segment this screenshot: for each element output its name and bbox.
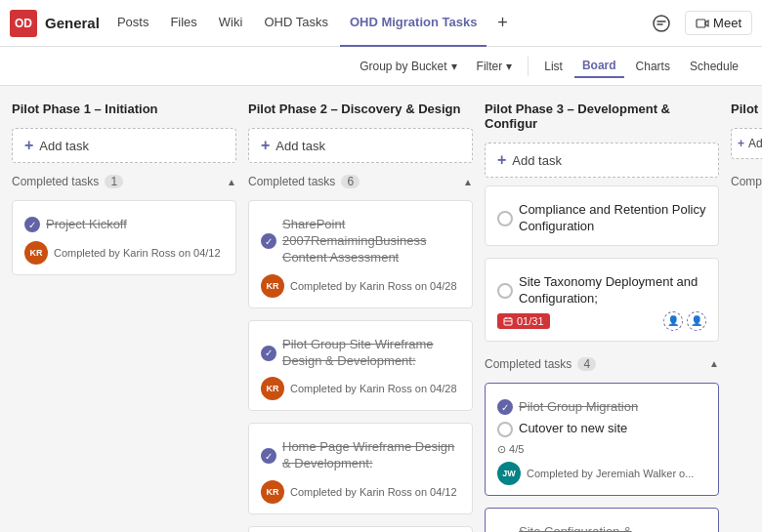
- avatar-col1-t1: KR: [24, 241, 48, 265]
- add-task-col4[interactable]: + Add: [731, 128, 762, 159]
- completed-label-col1: Completed tasks: [12, 175, 99, 188]
- task-check-col3-t3[interactable]: ✓: [497, 399, 513, 415]
- task-title-col3-t2: Site Taxonomy Deployment and Configurati…: [519, 274, 706, 307]
- tab-files[interactable]: Files: [160, 0, 206, 47]
- board-area: Pilot Phase 1 – Initiation + Add task Co…: [0, 86, 762, 532]
- completed-header-col2[interactable]: Completed tasks 6 ▲: [248, 171, 473, 192]
- app-icon: OD: [10, 10, 37, 37]
- add-task-label-col1: Add task: [39, 139, 89, 153]
- avatar-col2-t3: KR: [261, 480, 284, 504]
- task-pilot-group-wireframe[interactable]: ✓ Pilot Group Site Wireframe Design & De…: [248, 320, 473, 412]
- assign-icon2-col3-t2[interactable]: 👤: [687, 311, 706, 331]
- task-check-col2-t2[interactable]: ✓: [261, 346, 276, 361]
- add-task-col3[interactable]: + Add task: [485, 143, 719, 178]
- top-nav: OD General Posts Files Wiki OHD Tasks OH…: [0, 0, 762, 47]
- completed-count-col2: 6: [341, 175, 360, 188]
- task-check-col3-t4[interactable]: [497, 422, 513, 437]
- completed-count-col1: 1: [105, 175, 123, 188]
- filter-chevron: ▾: [506, 60, 512, 73]
- task-site-taxonomy[interactable]: Site Taxonomy Deployment and Configurati…: [485, 258, 719, 342]
- team-name: General: [45, 15, 100, 31]
- tab-posts[interactable]: Posts: [107, 0, 159, 47]
- avatar-col3-t3: JW: [497, 462, 521, 485]
- add-task-label-col2: Add task: [275, 139, 325, 153]
- board-label: Board: [582, 59, 616, 72]
- task-site-config-dev[interactable]: ✓ Site Configuration & Development JW Co…: [485, 508, 719, 532]
- completed-by-col2-t1: Completed by Karin Ross on 04/28: [290, 280, 457, 292]
- add-icon-col1: +: [24, 137, 33, 154]
- schedule-label: Schedule: [690, 60, 739, 73]
- task-home-page-wireframe[interactable]: ✓ Home Page Wireframe Design & Developme…: [248, 423, 473, 514]
- list-label: List: [544, 60, 563, 73]
- schedule-view-button[interactable]: Schedule: [682, 56, 746, 77]
- task-pilot-group-migration-card[interactable]: ✓ Pilot Group Migration Cutover to new s…: [485, 383, 719, 497]
- task-check-col2-t1[interactable]: ✓: [261, 233, 276, 249]
- meet-button[interactable]: Meet: [685, 11, 752, 35]
- completed-count-col3: 4: [577, 357, 596, 371]
- add-icon-col3: +: [497, 151, 506, 169]
- column-pilot-phase-2: Pilot Phase 2 – Discovery & Design + Add…: [248, 98, 473, 520]
- tab-ohd-migration-tasks[interactable]: OHD Migration Tasks: [340, 0, 487, 47]
- task-check-col3-t1[interactable]: [497, 211, 513, 226]
- task-title-col3-t4: Cutover to new site: [519, 421, 627, 437]
- nav-tabs: Posts Files Wiki OHD Tasks OHD Migration…: [107, 0, 642, 47]
- board-view-button[interactable]: Board: [574, 55, 624, 78]
- assign-icon-col3-t2[interactable]: 👤: [663, 311, 683, 331]
- add-tab-button[interactable]: +: [488, 10, 516, 37]
- add-task-col1[interactable]: + Add task: [12, 128, 236, 163]
- task-title-col3-t1: Compliance and Retention Policy Configur…: [519, 202, 706, 235]
- task-check-col3-t2[interactable]: [497, 283, 513, 299]
- task-project-kickoff[interactable]: ✓ Project Kickoff KR Completed by Karin …: [12, 200, 236, 275]
- task-ms365-requirements[interactable]: ✓ Microsoft 365 Solution Requirements & …: [248, 526, 473, 532]
- column-pilot-phase-3: Pilot Phase 3 – Development & Configur +…: [485, 98, 719, 520]
- task-title-col3-t5: Site Configuration & Development: [519, 524, 706, 532]
- add-task-col2[interactable]: + Add task: [248, 128, 473, 163]
- task-compliance[interactable]: Compliance and Retention Policy Configur…: [485, 185, 719, 246]
- completed-by-col2-t2: Completed by Karin Ross on 04/28: [290, 383, 457, 394]
- completed-label-col2: Completed tasks: [248, 175, 335, 188]
- progress-col3: ⊙ 4/5: [497, 443, 524, 456]
- group-by-chevron: ▾: [451, 60, 457, 73]
- completed-header-col1[interactable]: Completed tasks 1 ▲: [12, 171, 236, 192]
- task-title-col2-t2: Pilot Group Site Wireframe Design & Deve…: [282, 337, 460, 370]
- add-task-label-col3: Add task: [512, 153, 562, 168]
- column-pilot-phase-1: Pilot Phase 1 – Initiation + Add task Co…: [12, 98, 236, 520]
- chevron-col1: ▲: [227, 177, 236, 187]
- completed-by-col3-t3: Completed by Jeremiah Walker o...: [527, 468, 694, 479]
- group-by-label: Group by Bucket: [360, 60, 446, 73]
- toolbar-divider: [528, 57, 529, 76]
- avatar-col2-t1: KR: [261, 274, 284, 298]
- chevron-col2: ▲: [463, 177, 473, 187]
- group-by-button[interactable]: Group by Bucket ▾: [352, 56, 464, 77]
- avatar-col2-t2: KR: [261, 377, 284, 400]
- completed-partial-col4[interactable]: Complete...: [731, 175, 762, 188]
- completed-by-col2-t3: Completed by Karin Ross on 04/12: [290, 486, 457, 498]
- list-view-button[interactable]: List: [536, 56, 571, 77]
- charts-view-button[interactable]: Charts: [628, 56, 678, 77]
- tab-ohd-tasks[interactable]: OHD Tasks: [254, 0, 338, 47]
- chevron-col3: ▲: [709, 358, 719, 369]
- charts-label: Charts: [636, 60, 670, 73]
- column-pilot-phase-4: Pilot Phase + Add Complete...: [731, 98, 762, 520]
- completed-by-col1-t1: Completed by Karin Ross on 04/12: [54, 247, 221, 259]
- column-3-header: Pilot Phase 3 – Development & Configur: [485, 98, 719, 135]
- add-icon-col2: +: [261, 137, 270, 154]
- column-2-header: Pilot Phase 2 – Discovery & Design: [248, 98, 473, 120]
- svg-point-0: [654, 16, 669, 31]
- completed-label-col3: Completed tasks: [485, 357, 572, 371]
- task-check-col1-t1[interactable]: ✓: [24, 217, 40, 232]
- filter-label: Filter: [477, 60, 503, 73]
- task-title-col1-t1: Project Kickoff: [46, 217, 127, 233]
- tab-wiki[interactable]: Wiki: [209, 0, 253, 47]
- column-4-header: Pilot Phase: [731, 98, 762, 120]
- add-label-col4: Add: [748, 137, 762, 150]
- task-check-col2-t3[interactable]: ✓: [261, 448, 276, 464]
- date-badge-col3-t2: 01/31: [497, 313, 550, 329]
- chat-icon[interactable]: [646, 8, 677, 39]
- filter-button[interactable]: Filter ▾: [469, 56, 521, 77]
- svg-rect-1: [697, 20, 705, 27]
- meet-label: Meet: [713, 16, 741, 30]
- task-sharepoint[interactable]: ✓ SharePoint 2007RemaimingBusiness Conte…: [248, 200, 473, 308]
- column-1-header: Pilot Phase 1 – Initiation: [12, 98, 236, 120]
- completed-header-col3[interactable]: Completed tasks 4 ▲: [485, 353, 719, 375]
